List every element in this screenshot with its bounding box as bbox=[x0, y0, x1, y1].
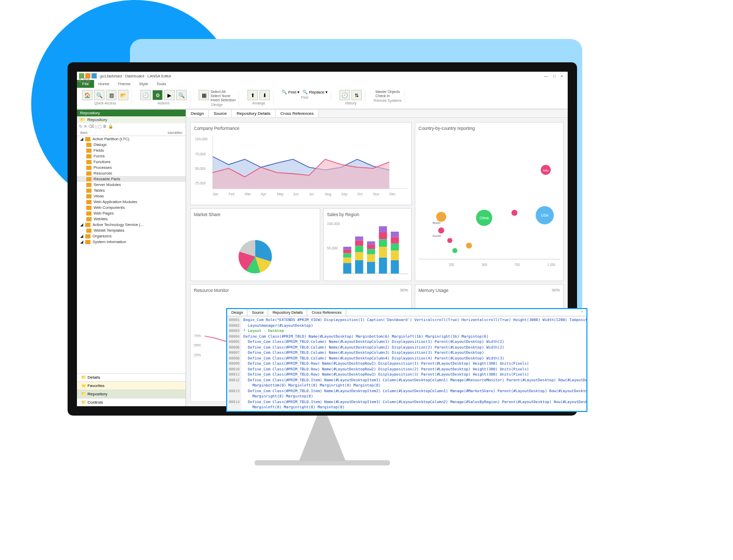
svg-point-28 bbox=[438, 228, 444, 234]
master-objects[interactable]: Master Objects bbox=[375, 90, 400, 94]
svg-rect-63 bbox=[391, 250, 399, 260]
source-tab-cross-references[interactable]: Cross References bbox=[307, 309, 346, 316]
svg-rect-46 bbox=[343, 247, 351, 249]
sidebar-tab-controls[interactable]: 📁 Controls bbox=[77, 398, 186, 406]
svg-text:500: 500 bbox=[481, 263, 487, 266]
close-icon[interactable]: × bbox=[578, 309, 586, 316]
home-icon[interactable]: 🏠 bbox=[82, 90, 93, 100]
logo-icon[interactable]: ▦ bbox=[199, 90, 209, 100]
tree-node[interactable]: Reusable Parts bbox=[77, 176, 186, 182]
source-tab-design[interactable]: Design bbox=[227, 309, 247, 316]
svg-text:1 050: 1 050 bbox=[547, 263, 556, 266]
backward-icon[interactable]: ⬇ bbox=[259, 90, 270, 100]
card-company-performance[interactable]: Company Performance 100,00075,00050,0002… bbox=[190, 122, 412, 205]
svg-text:Jun: Jun bbox=[293, 192, 299, 196]
source-tab-repository-details[interactable]: Repository Details bbox=[268, 309, 307, 316]
menu-tab-tools[interactable]: Tools bbox=[152, 80, 171, 88]
sidebar-tab-details[interactable]: 📁 Details bbox=[77, 373, 186, 381]
sidebar-tab-repository[interactable]: 📁 Repository bbox=[77, 390, 186, 398]
tree-node[interactable]: ◢ System Information bbox=[77, 239, 186, 245]
svg-text:Feb: Feb bbox=[229, 192, 235, 196]
select-none[interactable]: Select None bbox=[211, 94, 235, 98]
main-tab-cross-references[interactable]: Cross References bbox=[276, 110, 319, 117]
run-icon[interactable]: ▶ bbox=[164, 90, 175, 100]
tabs-icon[interactable]: ▥ bbox=[106, 90, 116, 100]
history2-icon[interactable]: 🕘 bbox=[339, 90, 350, 100]
svg-text:50,000: 50,000 bbox=[195, 167, 206, 170]
svg-rect-59 bbox=[379, 239, 387, 247]
tree-node[interactable]: Tables bbox=[77, 188, 186, 193]
maximize-button[interactable]: □ bbox=[551, 74, 558, 78]
group-quick: Quick Access bbox=[94, 101, 116, 105]
tree-node[interactable]: Functions bbox=[77, 159, 186, 165]
svg-rect-52 bbox=[367, 262, 375, 274]
group-design: Design bbox=[212, 103, 223, 106]
svg-point-31 bbox=[452, 248, 457, 254]
check-in[interactable]: Check In bbox=[375, 94, 400, 98]
tree-node[interactable]: Resources bbox=[77, 170, 186, 176]
tree-node[interactable]: Web Application Modules bbox=[77, 199, 186, 205]
svg-text:750: 750 bbox=[515, 263, 520, 266]
main-tabs: DesignSourceRepository DetailsCross Refe… bbox=[186, 110, 568, 118]
minimize-button[interactable]: — bbox=[542, 74, 551, 78]
svg-text:Brazil: Brazil bbox=[433, 221, 440, 224]
invert-selection[interactable]: Invert Selection bbox=[211, 98, 235, 102]
filter-icon[interactable]: 🔍 bbox=[176, 90, 187, 100]
svg-text:25,000: 25,000 bbox=[195, 181, 206, 185]
compile-button[interactable]: ⚙ bbox=[152, 90, 163, 100]
menu-tab-theme[interactable]: Theme bbox=[113, 80, 135, 88]
card-title: Memory Usage bbox=[418, 288, 449, 293]
tree-node[interactable]: Views bbox=[77, 193, 186, 199]
sidebar-tab-favorites[interactable]: ⭐ Favorites bbox=[77, 381, 186, 390]
card-country-reporting[interactable]: Country-by-country reporting China USA I… bbox=[415, 122, 564, 281]
tree-node[interactable]: ◢ Organizers bbox=[77, 233, 186, 239]
tree-node[interactable]: Fields bbox=[77, 148, 186, 153]
card-market-share[interactable]: Market Share 47% bbox=[190, 208, 320, 281]
tree-node[interactable]: Weblets bbox=[77, 216, 186, 222]
svg-text:Apr: Apr bbox=[261, 192, 267, 196]
main-tab-source[interactable]: Source bbox=[209, 110, 232, 117]
sidebar-toolbar[interactable]: ↻ ✕ ⌫ | ▢ 🗎 🔒 bbox=[77, 123, 186, 130]
tree-node[interactable]: Dialogs bbox=[77, 142, 186, 148]
card-title: Resource Monitor bbox=[194, 288, 229, 293]
find-button[interactable]: 🔍 Find ▾ bbox=[282, 90, 299, 95]
forward-icon[interactable]: ⬆ bbox=[247, 90, 258, 100]
close-button[interactable]: × bbox=[558, 74, 566, 78]
group-history: History bbox=[345, 101, 357, 105]
tree-node[interactable]: ◢ Active Partition (LTC) bbox=[77, 136, 186, 142]
card-sales-by-region[interactable]: Sales by Region 100,00050,000 bbox=[323, 208, 412, 281]
tree-node[interactable]: ◢ Active Technology Service (... bbox=[77, 222, 186, 228]
tree-node[interactable]: Server Modules bbox=[77, 182, 186, 188]
history-icon[interactable]: 🕘 bbox=[140, 90, 151, 100]
repository-tree: ◢ Active Partition (LTC)DialogsFieldsFor… bbox=[77, 136, 186, 373]
svg-rect-45 bbox=[343, 249, 351, 253]
main-tab-repository-details[interactable]: Repository Details bbox=[232, 110, 276, 117]
svg-text:75%: 75% bbox=[194, 334, 201, 338]
card-title: Country-by-country reporting bbox=[418, 126, 560, 131]
svg-text:250: 250 bbox=[449, 263, 454, 266]
tree-node[interactable]: Processes bbox=[77, 165, 186, 170]
group-remote: Remote Systems bbox=[374, 99, 401, 102]
select-all[interactable]: Select All bbox=[211, 90, 235, 94]
replace-button[interactable]: 🔍 Replace ▾ bbox=[303, 90, 328, 95]
open-icon[interactable]: 📂 bbox=[118, 90, 128, 100]
card-title: Market Share bbox=[194, 212, 317, 217]
menu-tab-home[interactable]: Home bbox=[94, 80, 113, 88]
card-title: Sales by Region bbox=[327, 212, 408, 217]
source-code-popup[interactable]: DesignSourceRepository DetailsCross Refe… bbox=[226, 308, 587, 412]
source-tab-source[interactable]: Source bbox=[247, 309, 268, 316]
svg-text:25%: 25% bbox=[194, 353, 201, 357]
main-tab-design[interactable]: Design bbox=[186, 110, 209, 117]
svg-text:75,000: 75,000 bbox=[195, 152, 206, 156]
svg-rect-61 bbox=[379, 226, 387, 232]
tree-node[interactable]: Web Components bbox=[77, 205, 186, 210]
group-find: Find bbox=[301, 96, 308, 99]
repo-icon: 📁 bbox=[80, 117, 85, 122]
tree-node[interactable]: Web Pages bbox=[77, 210, 186, 216]
svg-rect-56 bbox=[367, 242, 375, 245]
find-icon[interactable]: 🔍 bbox=[94, 90, 104, 100]
sort-icon[interactable]: ⇅ bbox=[351, 90, 362, 100]
tree-node[interactable]: Weblet Templates bbox=[77, 228, 186, 233]
menu-tab-style[interactable]: Style bbox=[135, 80, 152, 88]
tree-node[interactable]: Forms bbox=[77, 153, 186, 159]
